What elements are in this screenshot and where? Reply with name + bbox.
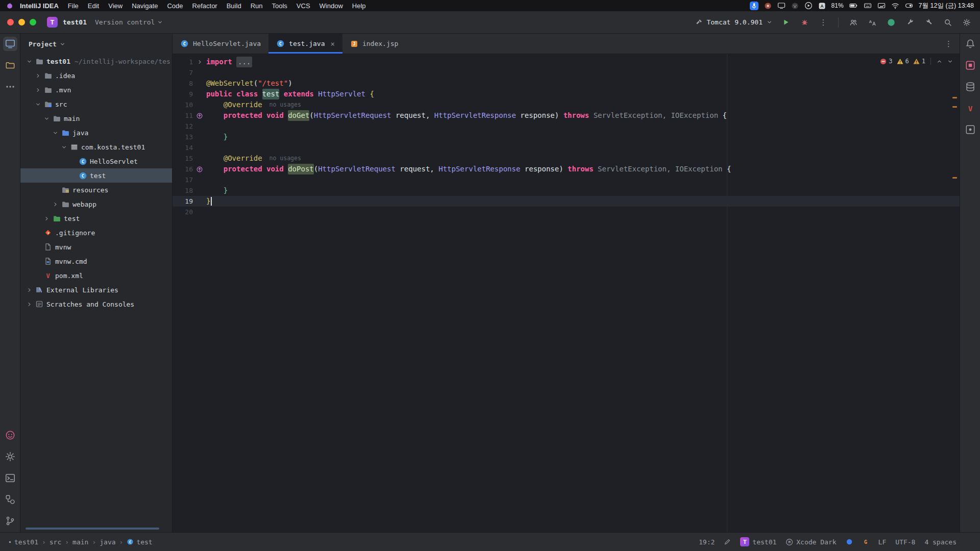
chevron-closed-icon[interactable] bbox=[24, 301, 34, 308]
menubar-clock[interactable]: 7월 12일 (금) 13:48 bbox=[919, 2, 974, 10]
fullscreen-window-button[interactable] bbox=[30, 19, 36, 26]
warning-stripe-mark[interactable] bbox=[952, 106, 957, 108]
tree-item-mvn[interactable]: .mvn bbox=[20, 83, 172, 97]
assistant-tool-button[interactable] bbox=[3, 428, 17, 442]
run-configuration-widget[interactable]: Tomcat 9.0.901 bbox=[695, 18, 773, 26]
display-icon[interactable] bbox=[777, 2, 786, 10]
code-line-9[interactable]: 9public class test extends HttpServlet { bbox=[173, 89, 960, 99]
debug-button[interactable] bbox=[798, 16, 811, 29]
menu-view[interactable]: View bbox=[104, 2, 127, 10]
menu-intellij-idea[interactable]: IntelliJ IDEA bbox=[15, 2, 63, 10]
override-marker-icon[interactable] bbox=[193, 166, 206, 173]
menu-window[interactable]: Window bbox=[315, 2, 348, 10]
tree-item-mvnw-cmd[interactable]: mvnw.cmd bbox=[20, 254, 172, 268]
code-line-11[interactable]: 11 protected void doGet(HttpServletReque… bbox=[173, 110, 960, 121]
tree-item-java[interactable]: java bbox=[20, 126, 172, 140]
database-tool-button[interactable] bbox=[963, 80, 977, 94]
next-issue-button[interactable] bbox=[947, 58, 953, 65]
breadcrumb-java[interactable]: java bbox=[100, 538, 115, 546]
menu-vcs[interactable]: VCS bbox=[292, 2, 315, 10]
weak-warning-count[interactable]: 1 bbox=[913, 58, 925, 65]
battery-icon[interactable] bbox=[849, 2, 858, 10]
play-circle-icon[interactable] bbox=[804, 2, 813, 10]
code-line-13[interactable]: 13 } bbox=[173, 132, 960, 142]
translate-button[interactable]: A bbox=[866, 16, 878, 29]
tab-index-jsp[interactable]: Jindex.jsp bbox=[342, 34, 406, 54]
services-tool-button[interactable] bbox=[3, 492, 17, 507]
input-source-a-icon[interactable]: A bbox=[818, 2, 826, 10]
project-tool-button[interactable] bbox=[3, 37, 17, 51]
override-marker-icon[interactable] bbox=[193, 112, 206, 119]
plugin-g[interactable]: G bbox=[862, 538, 869, 545]
menu-help[interactable]: Help bbox=[348, 2, 371, 10]
more-tool-button[interactable] bbox=[3, 80, 17, 94]
tree-item-com-kosta-test01[interactable]: com.kosta.test01 bbox=[20, 140, 172, 154]
tab-helloservlet-java[interactable]: CHelloServlet.java bbox=[173, 34, 268, 54]
warning-stripe-mark[interactable] bbox=[952, 97, 957, 98]
chevron-open-icon[interactable] bbox=[51, 130, 60, 136]
warning-stripe-mark[interactable] bbox=[952, 177, 957, 179]
code-line-20[interactable]: 20 bbox=[173, 207, 960, 217]
project-badge[interactable]: T bbox=[47, 17, 58, 28]
file-encoding[interactable]: UTF-8 bbox=[895, 538, 915, 546]
chevron-closed-icon[interactable] bbox=[33, 72, 42, 79]
code-line-14[interactable]: 14 bbox=[173, 142, 960, 153]
cursor-position[interactable]: 19:2 bbox=[699, 538, 715, 546]
menu-navigate[interactable]: Navigate bbox=[127, 2, 162, 10]
endpoints-tool-button[interactable] bbox=[963, 122, 977, 137]
menu-code[interactable]: Code bbox=[162, 2, 187, 10]
horizontal-scrollbar[interactable] bbox=[26, 528, 159, 530]
notifications-tool-button[interactable] bbox=[963, 37, 977, 51]
settings-tool-button[interactable] bbox=[3, 449, 17, 464]
breadcrumb-test01[interactable]: test01 bbox=[8, 538, 38, 546]
code-line-10[interactable]: 10 @Overrideno usages bbox=[173, 99, 960, 110]
screen-mirroring-icon[interactable] bbox=[877, 2, 886, 10]
inspections-widget[interactable]: 3 6 1 bbox=[880, 58, 953, 65]
tree-item-external-libraries[interactable]: External Libraries bbox=[20, 283, 172, 297]
code-line-1[interactable]: 1import ... bbox=[173, 57, 960, 67]
code-with-me-button[interactable] bbox=[847, 16, 860, 29]
chevron-closed-icon[interactable] bbox=[33, 87, 42, 93]
tools-icon[interactable] bbox=[923, 16, 935, 29]
record-icon[interactable] bbox=[764, 2, 772, 10]
apple-icon[interactable] bbox=[6, 2, 13, 9]
code-line-17[interactable]: 17 bbox=[173, 174, 960, 185]
settings-button[interactable] bbox=[961, 16, 973, 29]
minimize-window-button[interactable] bbox=[18, 19, 25, 26]
fold-marker-icon[interactable] bbox=[193, 59, 206, 65]
user-avatar[interactable] bbox=[885, 16, 897, 29]
terminal-tool-button[interactable] bbox=[3, 471, 17, 485]
tree-item-test01[interactable]: test01~/intellij-workspace/tes bbox=[20, 54, 172, 68]
chevron-closed-icon[interactable] bbox=[42, 215, 51, 222]
project-name-widget[interactable]: test01 bbox=[63, 18, 87, 26]
code-line-8[interactable]: 8@WebServlet("/test") bbox=[173, 78, 960, 89]
tree-item-src[interactable]: src bbox=[20, 97, 172, 111]
write-access[interactable] bbox=[724, 538, 731, 545]
breadcrumb-test[interactable]: Ctest bbox=[127, 538, 152, 546]
chevron-closed-icon[interactable] bbox=[51, 201, 60, 208]
tree-item-pom-xml[interactable]: Vpom.xml bbox=[20, 268, 172, 283]
close-window-button[interactable] bbox=[7, 19, 14, 26]
plugin-blue[interactable] bbox=[846, 538, 853, 545]
color-scheme[interactable]: MXcode Dark bbox=[786, 538, 836, 546]
tree-item-main[interactable]: main bbox=[20, 111, 172, 126]
chevron-open-icon[interactable] bbox=[24, 58, 34, 65]
warning-count[interactable]: 6 bbox=[897, 58, 909, 65]
project-panel-header[interactable]: Project bbox=[20, 34, 172, 54]
tree-item-test[interactable]: test bbox=[20, 211, 172, 226]
code-line-16[interactable]: 16 protected void doPost(HttpServletRequ… bbox=[173, 164, 960, 174]
code-line-19[interactable]: 19} bbox=[173, 196, 960, 207]
tab-bar-more-button[interactable]: ⋮ bbox=[945, 34, 960, 54]
project-widget[interactable]: Ttest01 bbox=[740, 537, 776, 546]
menu-tools[interactable]: Tools bbox=[267, 2, 291, 10]
git-tool-button[interactable] bbox=[3, 514, 17, 528]
control-toggle-icon[interactable] bbox=[905, 2, 913, 10]
breadcrumb-src[interactable]: src bbox=[50, 538, 61, 546]
chevron-open-icon[interactable] bbox=[33, 101, 42, 108]
tree-item-helloservlet[interactable]: CHelloServlet bbox=[20, 154, 172, 168]
run-button[interactable] bbox=[779, 16, 792, 29]
code-line-12[interactable]: 12 bbox=[173, 121, 960, 132]
search-everywhere-button[interactable] bbox=[942, 16, 954, 29]
mic-icon[interactable] bbox=[750, 2, 758, 10]
line-separator[interactable]: LF bbox=[878, 538, 887, 546]
